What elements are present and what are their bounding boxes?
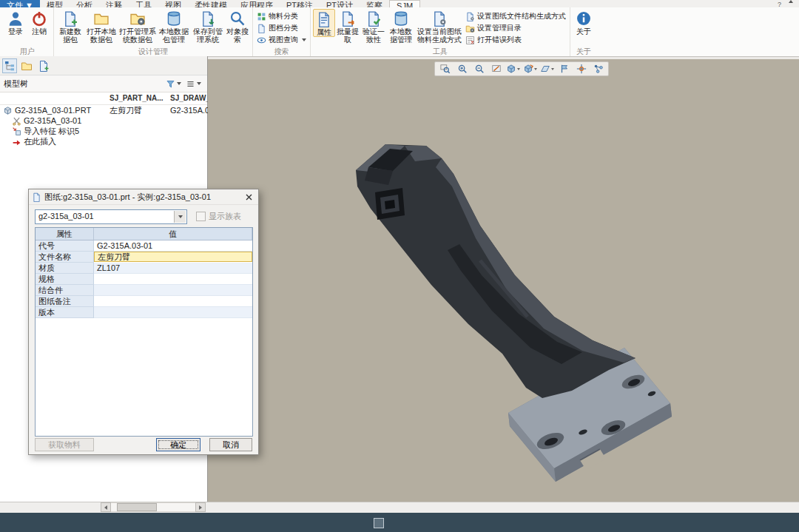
error-list-icon — [465, 36, 475, 45]
save-to-system-button[interactable]: 保存到管理系统 — [191, 9, 225, 44]
set-current-material-mode-button[interactable]: 设置当前图纸物料生成方式 — [415, 9, 464, 44]
property-value[interactable]: G2-315A.03-01 — [94, 240, 252, 252]
folder-browser-button[interactable] — [19, 58, 34, 73]
saved-orientations-button[interactable] — [522, 64, 538, 75]
property-name: 版本 — [36, 307, 94, 318]
ok-button[interactable]: 确定 — [156, 438, 200, 451]
view-query-button[interactable]: 视图查询 — [255, 35, 308, 45]
annotation-display-button[interactable] — [556, 64, 572, 75]
ribbon-group-about: 关于 关于 — [570, 7, 597, 56]
login-label: 登录 — [8, 27, 23, 36]
document-icon — [32, 192, 41, 202]
import-feature-icon — [12, 127, 21, 136]
status-bar — [0, 513, 799, 532]
properties-label: 属性 — [317, 28, 331, 36]
new-document-icon — [62, 10, 78, 27]
triangle-right-icon — [199, 505, 202, 510]
property-value[interactable] — [94, 296, 252, 307]
verify-consistency-button[interactable]: 验证一致性 — [360, 9, 387, 44]
dialog-close-button[interactable] — [242, 191, 255, 203]
scroll-left-button[interactable] — [101, 502, 111, 512]
annotation-flag-icon — [559, 64, 570, 74]
chevron-down-icon — [178, 215, 183, 218]
display-style-button[interactable] — [505, 64, 521, 75]
checkbox-box — [196, 212, 206, 221]
scrollbar-track[interactable] — [111, 502, 195, 512]
spin-center-button[interactable] — [573, 64, 589, 75]
tree-row-feature[interactable]: G2-315A_03-01 — [0, 115, 207, 126]
component-graph-button[interactable] — [590, 64, 606, 75]
material-category-button[interactable]: 物料分类 — [255, 11, 308, 21]
favorites-button[interactable] — [36, 58, 51, 73]
folder-gear-icon — [465, 24, 475, 33]
tree-column-headers: SJ_PART_NA... SJ_DRAW_NO — [0, 92, 207, 105]
local-data-manager-button[interactable]: 本地数据管理 — [387, 9, 415, 44]
set-manage-directory-button[interactable]: 设置管理目录 — [464, 23, 567, 33]
zoom-out-button[interactable] — [471, 64, 487, 75]
get-material-button[interactable]: 获取物料 — [35, 438, 94, 451]
tree-row-insert-here[interactable]: 在此插入 — [0, 136, 207, 147]
tree-settings-button[interactable] — [183, 77, 203, 90]
properties-icon — [316, 11, 332, 27]
repaint-button[interactable] — [488, 64, 504, 75]
collapse-ribbon-icon[interactable] — [789, 0, 793, 3]
object-search-button[interactable]: 对象搜索 — [225, 9, 250, 44]
login-button[interactable]: 登录 — [4, 9, 27, 36]
open-system-package-button[interactable]: 打开管理系统数据包 — [118, 9, 157, 44]
property-value-selected[interactable]: 左剪刀臂 — [94, 252, 252, 262]
cancel-button[interactable]: 取消 — [209, 438, 252, 451]
about-button[interactable]: 关于 — [573, 9, 595, 36]
zoom-in-button[interactable] — [454, 64, 470, 75]
refit-button[interactable] — [437, 64, 453, 75]
triangle-left-icon — [104, 505, 107, 510]
new-package-button[interactable]: 新建数据包 — [56, 9, 84, 44]
ribbon-group-tools: 属性 批量提取 验证一致性 本地数据管理 设置当前图纸物料生成方式 — [311, 7, 570, 56]
tree-row-part[interactable]: G2-315A_03-01.PRT 左剪刀臂 G2-315A.03-01 — [0, 105, 207, 115]
datum-plane-icon — [540, 64, 550, 74]
local-package-manager-button[interactable]: 本地数据包管理 — [157, 9, 191, 44]
table-row[interactable]: 规格 — [36, 274, 252, 285]
show-family-table-checkbox[interactable]: 显示族表 — [196, 211, 241, 222]
instance-combobox[interactable]: g2-315a_03-01 — [35, 209, 187, 224]
open-local-package-button[interactable]: 打开本地数据包 — [84, 9, 118, 44]
view-query-label: 视图查询 — [269, 35, 298, 45]
zoom-fit-icon — [440, 64, 451, 74]
property-name: 结合件 — [36, 285, 94, 296]
gear-document-icon — [465, 12, 475, 21]
batch-extract-button[interactable]: 批量提取 — [335, 9, 360, 44]
property-value[interactable] — [94, 307, 252, 318]
tree-filter-button[interactable] — [163, 77, 183, 90]
property-value[interactable] — [94, 274, 252, 285]
properties-button[interactable]: 属性 — [313, 9, 335, 37]
tree-row-import-feature[interactable]: 导入特征 标识5 — [0, 126, 207, 136]
model-tree-toggle-button[interactable] — [2, 58, 17, 73]
properties-table: 属性 值 代号 G2-315A.03-01 文件名称 左剪刀臂 材质 ZL107… — [35, 227, 253, 437]
tree-horizontal-scrollbar[interactable] — [101, 503, 206, 511]
open-error-list-button[interactable]: 打开错误列表 — [464, 35, 567, 45]
table-row[interactable]: 文件名称 左剪刀臂 — [36, 252, 252, 263]
property-value[interactable] — [94, 285, 252, 296]
local-package-manager-label: 本地数据包管理 — [157, 27, 191, 44]
3d-viewport[interactable] — [208, 59, 799, 502]
table-row[interactable]: 版本 — [36, 307, 252, 318]
drawing-category-button[interactable]: 图档分类 — [255, 23, 308, 33]
scroll-right-button[interactable] — [195, 502, 206, 512]
material-category-label: 物料分类 — [269, 11, 298, 21]
chevron-down-icon — [197, 82, 201, 85]
scrollbar-thumb[interactable] — [117, 503, 157, 511]
add-document-icon — [38, 60, 50, 72]
column-header-part-name[interactable]: SJ_PART_NA... — [109, 94, 163, 102]
logout-button[interactable]: 注销 — [27, 9, 51, 36]
table-row[interactable]: 代号 G2-315A.03-01 — [36, 240, 252, 252]
datum-display-button[interactable] — [539, 64, 555, 75]
navigator-toolbar — [0, 56, 207, 75]
check-document-icon — [365, 10, 382, 27]
dialog-titlebar[interactable]: 图纸:g2-315a_03-01.prt - 实例:g2-315a_03-01 — [29, 189, 258, 205]
table-row[interactable]: 结合件 — [36, 285, 252, 296]
property-name: 代号 — [36, 240, 94, 252]
combobox-arrow[interactable] — [174, 211, 186, 223]
property-value[interactable]: ZL107 — [94, 263, 252, 274]
table-row[interactable]: 图纸备注 — [36, 296, 252, 307]
set-structure-mode-button[interactable]: 设置图纸文件结构生成方式 — [464, 11, 567, 21]
table-row[interactable]: 材质 ZL107 — [36, 263, 252, 274]
